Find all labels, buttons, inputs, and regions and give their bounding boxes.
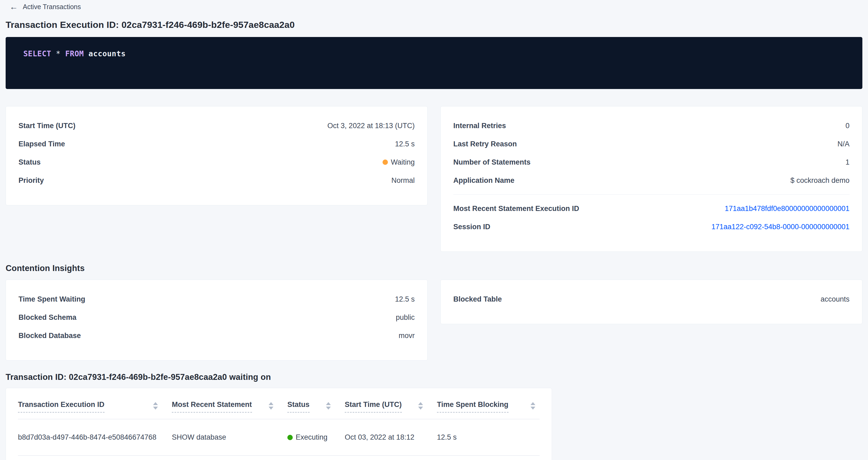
- sort-icon: [153, 400, 158, 409]
- overview-card-left: Start Time (UTC) Oct 3, 2022 at 18:13 (U…: [6, 106, 428, 205]
- row-value: 12.5 s: [395, 295, 415, 303]
- row-label: Session ID: [453, 223, 490, 231]
- row-label: Internal Retries: [453, 122, 506, 130]
- card-divider: [453, 194, 849, 195]
- row-label: Application Name: [453, 176, 515, 185]
- cell-status: Executing: [287, 433, 345, 441]
- column-header-start-time[interactable]: Start Time (UTC): [345, 400, 437, 412]
- sort-icon: [326, 400, 331, 409]
- sort-icon: [418, 400, 423, 409]
- waiting-on-title: Transaction ID: 02ca7931-f246-469b-b2fe-…: [6, 372, 862, 382]
- overview-card-right: Internal Retries 0 Last Retry Reason N/A…: [440, 106, 862, 252]
- row-label: Time Spent Waiting: [19, 295, 85, 303]
- back-link[interactable]: ← Active Transactions: [10, 3, 81, 11]
- blocked-database-row: Blocked Database movr: [6, 327, 427, 345]
- overview-cards-row: Start Time (UTC) Oct 3, 2022 at 18:13 (U…: [6, 106, 862, 252]
- sql-keyword: SELECT: [23, 49, 51, 58]
- row-value: movr: [399, 332, 415, 340]
- elapsed-time-row: Elapsed Time 12.5 s: [6, 135, 427, 153]
- cell-transaction-execution-id: b8d7d03a-d497-446b-8474-e50846674768: [18, 433, 172, 441]
- last-retry-reason-row: Last Retry Reason N/A: [441, 135, 862, 153]
- row-value: $ cockroach demo: [790, 176, 849, 185]
- row-value: 0: [845, 122, 849, 130]
- column-header-label: Status: [287, 400, 310, 412]
- row-value: Normal: [392, 176, 415, 185]
- row-value: N/A: [837, 140, 849, 148]
- statement-execution-id-link[interactable]: 171aa1b478fdf0e80000000000000001: [725, 205, 850, 213]
- waiting-on-table-card: Transaction Execution ID Most Recent Sta…: [6, 388, 552, 460]
- status-row: Status Waiting: [6, 153, 427, 171]
- status-executing-dot-icon: [287, 435, 293, 440]
- sql-keyword: FROM: [65, 49, 84, 58]
- contention-insights-title: Contention Insights: [6, 264, 862, 273]
- cell-time-spent-blocking: 12.5 s: [437, 433, 539, 441]
- row-label: Blocked Schema: [19, 313, 76, 322]
- table-header-row: Transaction Execution ID Most Recent Sta…: [18, 397, 539, 419]
- status-text: Waiting: [391, 158, 415, 166]
- status-waiting-dot-icon: [382, 159, 388, 165]
- column-header-status[interactable]: Status: [287, 400, 345, 412]
- start-time-row: Start Time (UTC) Oct 3, 2022 at 18:13 (U…: [6, 117, 427, 135]
- contention-card-right: Blocked Table accounts: [440, 280, 862, 324]
- blocked-table-row: Blocked Table accounts: [441, 290, 862, 308]
- priority-row: Priority Normal: [6, 171, 427, 189]
- row-value: accounts: [820, 295, 849, 303]
- row-label: Status: [19, 158, 41, 166]
- sort-icon: [530, 400, 535, 409]
- sort-icon: [269, 400, 273, 409]
- blocked-schema-row: Blocked Schema public: [6, 308, 427, 327]
- sql-table-name: accounts: [89, 49, 126, 58]
- row-label: Last Retry Reason: [453, 140, 517, 148]
- row-label: Blocked Database: [19, 332, 81, 340]
- column-header-most-recent-statement[interactable]: Most Recent Statement: [172, 400, 287, 412]
- row-label: Number of Statements: [453, 158, 530, 166]
- table-row: b8d7d03a-d497-446b-8474-e50846674768 SHO…: [18, 419, 539, 456]
- row-value: 1: [845, 158, 849, 166]
- application-name-row: Application Name $ cockroach demo: [441, 171, 862, 189]
- cell-most-recent-statement: SHOW database: [172, 433, 287, 441]
- row-label: Most Recent Statement Execution ID: [453, 205, 579, 213]
- status-badge: Executing: [287, 433, 328, 441]
- row-value: 12.5 s: [395, 140, 415, 148]
- column-header-transaction-execution-id[interactable]: Transaction Execution ID: [18, 400, 172, 412]
- column-header-label: Time Spent Blocking: [437, 400, 508, 412]
- cell-start-time: Oct 03, 2022 at 18:12: [345, 433, 437, 441]
- sql-operator: *: [56, 49, 61, 58]
- row-value: public: [396, 313, 415, 322]
- row-label: Priority: [19, 176, 44, 185]
- status-text: Executing: [296, 433, 328, 441]
- number-of-statements-row: Number of Statements 1: [441, 153, 862, 171]
- row-label: Start Time (UTC): [19, 122, 75, 130]
- column-header-label: Transaction Execution ID: [18, 400, 104, 412]
- session-id-row: Session ID 171aa122-c092-54b8-0000-00000…: [441, 218, 862, 236]
- column-header-time-spent-blocking[interactable]: Time Spent Blocking: [437, 400, 539, 412]
- column-header-label: Start Time (UTC): [345, 400, 402, 412]
- table-bottom-spacer: [18, 456, 539, 460]
- page-title: Transaction Execution ID: 02ca7931-f246-…: [6, 20, 862, 30]
- contention-card-left: Time Spent Waiting 12.5 s Blocked Schema…: [6, 280, 428, 361]
- sql-statement-box: SELECT * FROM accounts: [6, 37, 862, 89]
- row-value: Oct 3, 2022 at 18:13 (UTC): [327, 122, 415, 130]
- row-label: Elapsed Time: [19, 140, 65, 148]
- back-arrow-icon: ←: [10, 3, 18, 11]
- session-id-link[interactable]: 171aa122-c092-54b8-0000-000000000001: [711, 223, 849, 231]
- transaction-details-page: ← Active Transactions Transaction Execut…: [0, 0, 868, 460]
- status-badge: Waiting: [382, 158, 415, 166]
- contention-cards-row: Time Spent Waiting 12.5 s Blocked Schema…: [6, 280, 862, 361]
- time-spent-waiting-row: Time Spent Waiting 12.5 s: [6, 290, 427, 308]
- column-header-label: Most Recent Statement: [172, 400, 252, 412]
- back-label: Active Transactions: [23, 3, 81, 11]
- internal-retries-row: Internal Retries 0: [441, 117, 862, 135]
- row-label: Blocked Table: [453, 295, 502, 303]
- statement-execution-id-row: Most Recent Statement Execution ID 171aa…: [441, 200, 862, 218]
